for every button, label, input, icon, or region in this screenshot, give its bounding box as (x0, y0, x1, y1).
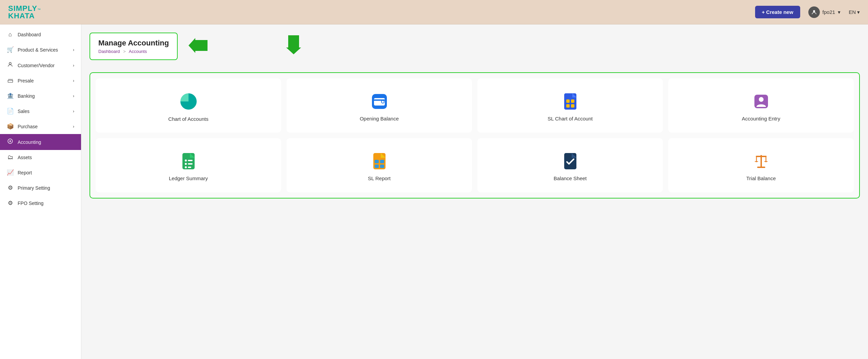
primary-setting-icon: ⚙ (7, 184, 14, 191)
svg-rect-27 (375, 160, 379, 163)
breadcrumb-current: Accounts (129, 49, 147, 54)
svg-rect-14 (571, 99, 574, 103)
purchase-icon: 📦 (7, 123, 14, 130)
sidebar: ⌂ Dashboard 🛒 Product & Services › Custo… (0, 24, 81, 359)
page-title: Manage Accounting (98, 39, 169, 48)
sidebar-item-label: Primary Setting (18, 185, 50, 191)
card-label: Ledger Summary (169, 175, 208, 181)
app-logo: SIMPLY ™ KHATA (8, 5, 41, 20)
lang-selector[interactable]: EN ▾ (849, 9, 860, 15)
sidebar-item-report[interactable]: 📈 Report (0, 165, 81, 180)
card-sl-chart-of-account[interactable]: SL Chart of Account (477, 78, 663, 133)
header-right: + Create new fpo21 ▾ EN ▾ (755, 6, 860, 18)
card-label: Trial Balance (746, 175, 776, 181)
sidebar-item-product-services[interactable]: 🛒 Product & Services › (0, 42, 81, 57)
svg-point-0 (813, 10, 815, 12)
svg-rect-13 (566, 99, 570, 103)
svg-marker-4 (286, 35, 301, 54)
card-label: SL Report (368, 175, 391, 181)
card-trial-balance[interactable]: Trial Balance (668, 138, 854, 192)
sidebar-item-label: Report (18, 170, 32, 175)
accounting-entry-icon (752, 93, 770, 110)
breadcrumb: Dashboard > Accounts (98, 49, 169, 54)
svg-rect-30 (380, 165, 384, 168)
customer-icon (7, 61, 14, 69)
svg-rect-29 (375, 165, 379, 168)
card-chart-of-accounts[interactable]: Chart of Accounts (96, 78, 281, 133)
card-label: SL Chart of Account (548, 116, 593, 121)
chevron-right-icon: › (73, 124, 74, 129)
card-label: Opening Balance (360, 116, 399, 121)
product-icon: 🛒 (7, 46, 14, 53)
assets-icon: 🗂 (7, 154, 14, 161)
chevron-right-icon: › (73, 94, 74, 98)
card-opening-balance[interactable]: Opening Balance (287, 78, 472, 133)
lang-chevron-icon: ▾ (857, 9, 860, 15)
user-chevron-icon: ▾ (838, 9, 841, 15)
chevron-right-icon: › (73, 63, 74, 68)
card-label: Chart of Accounts (168, 116, 208, 122)
logo-tm: ™ (37, 8, 41, 12)
sidebar-item-label: Sales (18, 109, 29, 114)
svg-rect-25 (188, 167, 191, 168)
logo-simply: SIMPLY (8, 5, 37, 12)
cards-grid: Chart of Accounts (96, 78, 854, 192)
home-icon: ⌂ (7, 31, 14, 38)
sidebar-item-presale[interactable]: 🗃 Presale › (0, 73, 81, 88)
sidebar-item-purchase[interactable]: 📦 Purchase › (0, 119, 81, 134)
svg-point-1 (9, 62, 11, 64)
sidebar-item-label: Banking (18, 93, 35, 99)
card-ledger-summary[interactable]: Ledger Summary (96, 138, 281, 192)
breadcrumb-dashboard[interactable]: Dashboard (98, 49, 120, 54)
grid-container: Chart of Accounts (90, 72, 860, 199)
user-info[interactable]: fpo21 ▾ (808, 6, 841, 18)
main-layout: ⌂ Dashboard 🛒 Product & Services › Custo… (0, 24, 868, 359)
sidebar-item-label: Customer/Vendor (18, 63, 55, 68)
card-balance-sheet[interactable]: Balance Sheet (477, 138, 663, 192)
card-sl-report[interactable]: SL Report (287, 138, 472, 192)
banking-icon: 🏦 (7, 92, 14, 99)
fpo-setting-icon: ⚙ (7, 200, 14, 207)
svg-marker-3 (189, 38, 208, 53)
sidebar-item-sales[interactable]: 📄 Sales › (0, 103, 81, 119)
svg-point-20 (185, 159, 187, 162)
sidebar-item-accounting[interactable]: Accounting (0, 134, 81, 150)
sidebar-item-assets[interactable]: 🗂 Assets (0, 150, 81, 165)
sidebar-item-label: Presale (18, 78, 34, 83)
user-avatar (808, 6, 820, 18)
sl-report-icon (371, 152, 388, 170)
sales-icon: 📄 (7, 108, 14, 115)
card-accounting-entry[interactable]: Accounting Entry (668, 78, 854, 133)
svg-rect-21 (188, 160, 193, 161)
down-arrow-indicator (286, 35, 301, 56)
user-name: fpo21 (823, 9, 835, 15)
sidebar-item-fpo-setting[interactable]: ⚙ FPO Setting (0, 195, 81, 211)
svg-rect-31 (564, 153, 576, 169)
report-icon: 📈 (7, 169, 14, 176)
sidebar-item-dashboard[interactable]: ⌂ Dashboard (0, 27, 81, 42)
svg-point-24 (185, 166, 187, 168)
logo-khata: KHATA (8, 12, 41, 20)
chevron-right-icon: › (73, 48, 74, 52)
create-new-button[interactable]: + Create new (755, 6, 800, 18)
sidebar-item-customer-vendor[interactable]: Customer/Vendor › (0, 57, 81, 73)
svg-point-10 (382, 101, 384, 103)
sidebar-item-label: Assets (18, 155, 32, 160)
balance-sheet-icon (561, 152, 579, 170)
sidebar-item-primary-setting[interactable]: ⚙ Primary Setting (0, 180, 81, 195)
sl-chart-icon (561, 93, 579, 110)
sidebar-item-label: Dashboard (18, 32, 41, 37)
app-header: SIMPLY ™ KHATA + Create new fpo21 ▾ EN ▾ (0, 0, 868, 24)
svg-rect-28 (380, 160, 384, 163)
lang-label: EN (849, 9, 856, 15)
sidebar-item-label: Product & Services (18, 47, 58, 53)
presale-icon: 🗃 (7, 77, 14, 84)
sidebar-item-label: Purchase (18, 124, 38, 129)
ledger-summary-icon (180, 152, 197, 170)
page-header-box: Manage Accounting Dashboard > Accounts (90, 33, 178, 60)
sidebar-item-banking[interactable]: 🏦 Banking › (0, 88, 81, 103)
card-label: Accounting Entry (742, 116, 780, 121)
svg-rect-16 (571, 104, 574, 108)
svg-rect-34 (756, 156, 767, 157)
chevron-right-icon: › (73, 78, 74, 83)
